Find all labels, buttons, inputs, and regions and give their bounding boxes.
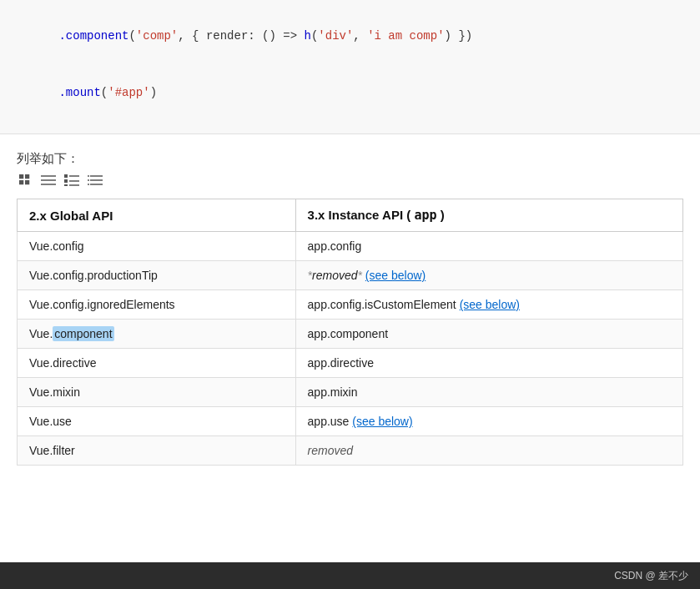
api-table: 2.x Global API 3.x Instance API ( app ) … xyxy=(17,199,683,466)
svg-rect-3 xyxy=(25,180,29,184)
app-directive-cell: app.directive xyxy=(295,349,682,378)
code-str-comp: 'comp' xyxy=(136,29,178,43)
component-highlight: component xyxy=(53,326,113,341)
grid-icon xyxy=(18,174,33,186)
svg-point-16 xyxy=(88,175,89,177)
list3-icon xyxy=(88,174,103,186)
vue-mixin-cell: Vue.mixin xyxy=(18,378,296,407)
table-row: Vue.mixin app.mixin xyxy=(18,378,683,407)
table-row: Vue.config app.config xyxy=(18,232,683,261)
code-method-mount: .mount xyxy=(58,86,100,99)
list-view-icon-3[interactable] xyxy=(87,174,103,187)
svg-rect-1 xyxy=(25,174,29,179)
removed-see-below-cell: *removed* (see below) xyxy=(295,261,682,290)
list2-icon xyxy=(64,174,79,186)
table-row: Vue.use app.use (see below) xyxy=(18,407,683,436)
col2-header: 3.x Instance API ( app ) xyxy=(295,199,682,232)
table-row: Vue.directive app.directive xyxy=(18,349,683,378)
svg-rect-0 xyxy=(19,174,23,179)
code-section: .component('comp', { render: () => h('di… xyxy=(0,0,700,134)
code-method-component: .component xyxy=(58,29,128,43)
bottom-bar: CSDN @ 差不少 xyxy=(0,562,700,589)
table-row: Vue.component app.component xyxy=(18,320,683,349)
table-row: Vue.config.ignoredElements app.config.is… xyxy=(18,290,683,320)
app-use-cell: app.use (see below) xyxy=(295,407,682,436)
page-container: .component('comp', { render: () => h('di… xyxy=(0,0,700,589)
view-icons-bar xyxy=(17,174,683,187)
code-str-iam: 'i am comp' xyxy=(367,29,444,43)
grid-view-icon[interactable] xyxy=(17,174,33,187)
removed-text: removed xyxy=(308,444,353,457)
section-title: 列举如下： xyxy=(17,151,683,167)
code-str-div: 'div' xyxy=(318,29,353,43)
vue-config-ignoredelements-cell: Vue.config.ignoredElements xyxy=(18,290,296,320)
list-view-icon-2[interactable] xyxy=(63,174,80,187)
brand-label: CSDN @ 差不少 xyxy=(614,569,688,583)
vue-component-cell: Vue.component xyxy=(18,320,296,349)
vue-config-cell: Vue.config xyxy=(18,232,296,261)
code-keyword-render: render xyxy=(206,29,248,43)
svg-rect-11 xyxy=(64,184,68,186)
table-row: Vue.filter removed xyxy=(18,436,683,466)
svg-rect-7 xyxy=(64,174,68,178)
svg-rect-2 xyxy=(19,180,23,184)
list1-icon xyxy=(41,174,56,186)
vue-directive-cell: Vue.directive xyxy=(18,349,296,378)
asterisk-right: * xyxy=(357,269,361,282)
code-paren: ( xyxy=(128,29,135,43)
code-line-1: .component('comp', { render: () => h('di… xyxy=(17,8,683,64)
see-below-link-ignored[interactable]: (see below) xyxy=(460,298,520,311)
vue-config-productiontip-cell: Vue.config.productionTip xyxy=(18,261,296,290)
content-section: 列举如下： xyxy=(0,134,700,474)
code-str-app: '#app' xyxy=(108,86,149,99)
svg-point-18 xyxy=(88,184,89,185)
table-row: Vue.config.productionTip *removed* (see … xyxy=(18,261,683,290)
table-header-row: 2.x Global API 3.x Instance API ( app ) xyxy=(18,199,683,232)
removed-italic: removed xyxy=(312,269,357,282)
app-filter-removed-cell: removed xyxy=(295,436,682,466)
app-component-cell: app.component xyxy=(295,320,682,349)
see-below-link-use[interactable]: (see below) xyxy=(352,415,412,428)
app-config-cell: app.config xyxy=(295,232,682,261)
vue-filter-cell: Vue.filter xyxy=(18,436,296,466)
code-fn-h: h xyxy=(305,29,311,43)
vue-use-cell: Vue.use xyxy=(18,407,296,436)
see-below-link-productiontip[interactable]: (see below) xyxy=(365,269,426,282)
code-line-2: .mount('#app') xyxy=(17,64,683,120)
svg-point-17 xyxy=(88,179,89,181)
svg-rect-9 xyxy=(64,179,68,183)
app-mixin-cell: app.mixin xyxy=(295,378,682,407)
col1-header: 2.x Global API xyxy=(18,199,296,232)
list-view-icon-1[interactable] xyxy=(40,174,57,187)
app-config-iscustomelement-cell: app.config.isCustomElement (see below) xyxy=(295,290,682,320)
